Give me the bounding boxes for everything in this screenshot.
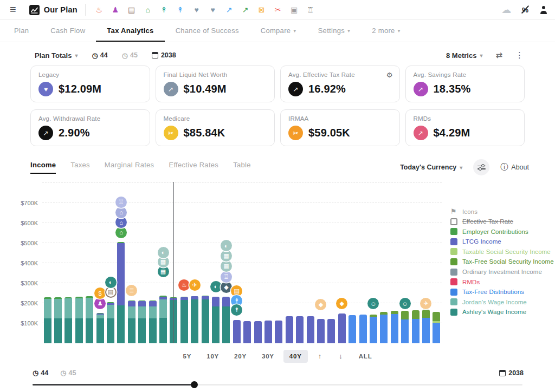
legend-item[interactable]: Effective Tax Rate: [450, 218, 555, 225]
filter-settings-button[interactable]: [473, 159, 489, 175]
legend-item[interactable]: Ordinary Investment Income: [450, 269, 555, 276]
chart-tab-taxes[interactable]: Taxes: [70, 161, 89, 174]
about-button[interactable]: ⓘ About: [500, 162, 529, 172]
range-40y[interactable]: 40Y: [283, 350, 308, 363]
tab-cash-flow[interactable]: Cash Flow: [40, 20, 96, 42]
chart-bar: [433, 312, 440, 343]
range-5y[interactable]: 5Y: [177, 350, 198, 363]
metric-card: RMDs↗$4.29M: [405, 109, 525, 146]
range-10y[interactable]: 10Y: [201, 350, 225, 363]
tab-chance-of-success[interactable]: Chance of Success: [165, 20, 250, 42]
legend-item[interactable]: Ashley's Wage Income: [450, 309, 555, 316]
metric-card-icon: ✂: [288, 126, 303, 140]
range-20y[interactable]: 20Y: [228, 350, 253, 363]
chart-bar: [44, 297, 51, 343]
tab-label: Tax Analytics: [107, 27, 153, 35]
chart-growth-blue-icon[interactable]: ↗: [221, 6, 237, 14]
range-all[interactable]: ALL: [353, 350, 378, 363]
legend-label: Icons: [462, 208, 477, 215]
metrics-dropdown[interactable]: 8 Metrics ▾: [446, 51, 482, 60]
bar-segment-l: [222, 297, 230, 306]
chart-growth-green-icon[interactable]: ↗: [237, 6, 254, 14]
chart-tab-marginal-rates[interactable]: Marginal Rates: [105, 161, 154, 174]
cloud-sync-icon[interactable]: ☁: [501, 5, 511, 15]
swap-icon[interactable]: ⇄: [495, 50, 502, 60]
theme-toggle-icon[interactable]: %: [521, 6, 530, 14]
shift-down[interactable]: ↓: [332, 349, 350, 363]
age-secondary: ◷ 45: [122, 51, 138, 60]
legend-item[interactable]: Taxable Social Security Income: [450, 248, 555, 255]
bar-segment-d: [412, 319, 420, 343]
pie-light-icon: ◐: [221, 240, 232, 251]
legend-item[interactable]: LTCG Income: [450, 238, 555, 245]
tab-plan[interactable]: Plan: [3, 20, 40, 42]
chart-bar: [391, 311, 398, 343]
chart-bar: [128, 300, 135, 343]
flame-icon[interactable]: ♨: [91, 6, 107, 14]
heart-pulse-icon-2[interactable]: ♥: [205, 6, 221, 14]
legend-item[interactable]: ⚑Icons: [450, 208, 555, 215]
bar-segment-a: [96, 318, 104, 343]
range-30y[interactable]: 30Y: [256, 350, 280, 363]
metric-card-value: $10.49M: [184, 83, 227, 95]
bar-segment-d: [380, 315, 388, 343]
plan-totals-label: Plan Totals: [35, 51, 72, 60]
building-light-icon: ▦: [221, 260, 232, 272]
account-icon[interactable]: [539, 6, 547, 14]
timer-icon: ◷: [33, 369, 38, 377]
graduation-light-icon: ◆: [315, 299, 326, 310]
slider-fill: [33, 384, 194, 386]
chart-bar: [422, 310, 430, 343]
person-icon[interactable]: ♟: [107, 6, 124, 14]
house-search-icon[interactable]: ⌂: [140, 6, 156, 14]
chart-plot: ♟$▤◐⌂⌂⌂♖≣▦▦◐♨✈◐◆♖▦▦◐▤↟↟◆◆☺☺✈: [42, 183, 442, 343]
menu-icon[interactable]: ≡: [5, 3, 22, 17]
chart-bar: [370, 315, 377, 343]
legend-swatch: [450, 298, 457, 305]
bank-add-icon[interactable]: ♖: [302, 6, 319, 14]
palm-tree-teal-icon[interactable]: ↟: [156, 6, 172, 14]
certificate-icon[interactable]: ▣: [286, 6, 302, 14]
chart-bar: [212, 297, 220, 343]
y-axis-tick-label: $100K: [21, 320, 38, 326]
legend-item[interactable]: Tax-Free Social Security Income: [450, 258, 555, 265]
tab-compare[interactable]: Compare▾: [250, 20, 307, 42]
y-axis-tick-label: $500K: [21, 240, 38, 246]
gear-icon[interactable]: ⚙: [386, 71, 393, 79]
year-slider[interactable]: [33, 380, 522, 389]
metric-card-icon: ✂: [164, 126, 178, 140]
house-light-icon: ⌂: [115, 207, 127, 218]
metric-card-icon: ↗: [414, 82, 428, 96]
plan-totals-dropdown[interactable]: Plan Totals ▾: [35, 51, 78, 60]
legend-swatch: [450, 309, 457, 316]
legend-item[interactable]: Jordan's Wage Income: [450, 298, 555, 305]
tab-tax-analytics[interactable]: Tax Analytics: [96, 20, 164, 42]
chart-bar: [264, 321, 272, 343]
briefcase-icon[interactable]: ▤: [124, 6, 140, 14]
chart-tab-income[interactable]: Income: [30, 161, 56, 174]
scissors-icon[interactable]: ✂: [270, 6, 286, 14]
chart-tab-table[interactable]: Table: [233, 161, 251, 174]
bar-segment-l: [138, 301, 146, 306]
chart-bar: [359, 315, 367, 343]
bar-segment-l: [286, 316, 293, 343]
legend-item[interactable]: RMDs: [450, 278, 555, 285]
chart-bar: [243, 321, 251, 343]
tax-card-icon[interactable]: ⊠: [254, 6, 270, 14]
legend-item[interactable]: Tax-Free Distributions: [450, 289, 555, 296]
bar-segment-j: [64, 298, 72, 318]
tab-2-more[interactable]: 2 more▾: [361, 20, 411, 42]
calendar-icon: [499, 370, 506, 376]
chart-tab-effective-rates[interactable]: Effective Rates: [169, 161, 218, 174]
palm-tree-blue-icon[interactable]: ↟: [172, 6, 189, 14]
bar-segment-a: [128, 318, 135, 343]
currency-dropdown[interactable]: Today's Currency ▾: [400, 164, 462, 171]
bar-segment-j: [107, 305, 114, 318]
slider-thumb[interactable]: [191, 381, 198, 388]
metric-card: Medicare✂$85.84K: [156, 109, 275, 146]
shift-up[interactable]: ↑: [311, 349, 329, 363]
kebab-menu-icon[interactable]: ⋮: [515, 50, 524, 60]
tab-settings[interactable]: Settings▾: [307, 20, 362, 42]
heart-pulse-icon[interactable]: ♥: [189, 6, 205, 14]
legend-item[interactable]: Employer Contributions: [450, 228, 555, 235]
